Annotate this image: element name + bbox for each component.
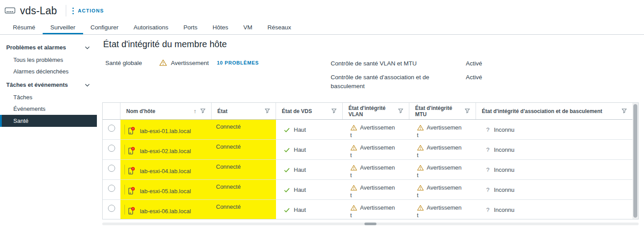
unknown-icon: ? — [486, 166, 489, 173]
tab-configurer[interactable]: Configurer — [83, 21, 126, 34]
vsphere-distributed-switch-page: vds-Lab ACTIONS Résumé Surveiller Config… — [0, 0, 644, 227]
main-content: État d'intégrité du membre hôte Santé gl… — [102, 35, 644, 227]
filter-icon[interactable] — [200, 109, 205, 114]
teaming-health-status: Inconnu — [494, 186, 514, 193]
table-header-row: Nom d'hôte ↑ État État de VDS État d'int — [103, 103, 638, 120]
column-header-vds-state[interactable]: État de VDS — [276, 103, 343, 119]
row-radio-button[interactable] — [108, 185, 115, 192]
check-icon — [284, 127, 290, 134]
host-alert-icon — [128, 207, 135, 216]
sidebar-item-evenements[interactable]: Événements — [0, 103, 97, 115]
filter-icon[interactable] — [398, 109, 403, 114]
table-row: lab-esxi-06.lab.local Connecté Haut Aver… — [103, 200, 638, 219]
unknown-icon: ? — [486, 186, 489, 193]
warning-icon — [350, 145, 357, 151]
warning-icon — [350, 205, 357, 211]
host-state: Connecté — [216, 163, 241, 170]
vlan-mtu-check-value: Activé — [466, 59, 482, 68]
host-state: Connecté — [216, 143, 241, 150]
distributed-switch-icon — [4, 6, 16, 15]
check-icon — [284, 187, 290, 194]
horizontal-scrollbar-thumb[interactable] — [364, 223, 376, 225]
table-row: lab-esxi-02.lab.local Connecté Haut Aver… — [103, 140, 638, 160]
sidebar-item-sante[interactable]: Santé — [0, 115, 97, 127]
unknown-icon: ? — [486, 146, 489, 153]
column-header-vlan-health[interactable]: État d'intégrité VLAN — [343, 103, 409, 119]
tab-vm[interactable]: VM — [236, 21, 260, 34]
object-header: vds-Lab ACTIONS — [0, 0, 644, 21]
host-state: Connecté — [216, 183, 241, 190]
row-radio-button[interactable] — [108, 145, 115, 152]
host-state: Connecté — [216, 123, 241, 130]
column-header-host-name[interactable]: Nom d'hôte ↑ — [120, 103, 212, 119]
filter-icon[interactable] — [265, 109, 270, 114]
table-row: lab-esxi-01.lab.local Connecté Haut Aver… — [103, 120, 638, 140]
warning-icon — [159, 59, 167, 66]
column-label: État d'intégrité VLAN — [348, 105, 388, 118]
host-name[interactable]: lab-esxi-05.lab.local — [140, 188, 191, 195]
filter-icon[interactable] — [622, 109, 627, 114]
filter-icon[interactable] — [332, 109, 336, 114]
host-alert-icon — [128, 147, 135, 156]
host-name[interactable]: lab-esxi-04.lab.local — [140, 168, 191, 174]
column-label: État d'intégrité MTU — [415, 105, 455, 118]
teaming-check-label: Contrôle de santé d'association et de ba… — [331, 73, 452, 91]
warning-icon — [417, 185, 424, 191]
host-name[interactable]: lab-esxi-06.lab.local — [140, 208, 191, 215]
host-name[interactable]: lab-esxi-02.lab.local — [140, 148, 191, 154]
filter-icon[interactable] — [465, 109, 470, 114]
row-radio-button[interactable] — [108, 165, 115, 172]
warning-icon — [350, 125, 357, 131]
radio-column-header — [103, 103, 120, 119]
column-header-state[interactable]: État — [212, 103, 276, 119]
sidebar-item-tous-les-problemes[interactable]: Tous les problèmes — [0, 54, 97, 66]
teaming-health-status: Inconnu — [494, 126, 514, 133]
issues-link[interactable]: 10 PROBLÈMES — [217, 60, 259, 65]
host-health-table: Nom d'hôte ↑ État État de VDS État d'int — [102, 102, 639, 219]
sidebar-item-alarmes-declenchees[interactable]: Alarmes déclenchées — [0, 66, 97, 77]
host-alert-icon — [128, 127, 135, 136]
column-header-teaming-health[interactable]: État d'intégrité d'association et de bas… — [476, 103, 632, 119]
vds-state: Haut — [294, 166, 306, 173]
page-title: État d'intégrité du membre hôte — [103, 39, 227, 49]
host-name[interactable]: lab-esxi-01.lab.local — [140, 128, 191, 134]
sidebar-group-label: Tâches et événements — [6, 81, 68, 88]
health-check-settings: Contrôle de santé VLAN et MTU Activé Con… — [331, 59, 482, 91]
warning-icon — [417, 125, 424, 131]
teaming-health-status: Inconnu — [494, 146, 514, 153]
row-radio-button[interactable] — [108, 125, 115, 132]
row-radio-button[interactable] — [108, 205, 115, 212]
tab-surveiller[interactable]: Surveiller — [43, 21, 83, 34]
overall-health-label: Santé globale — [105, 60, 142, 66]
tab-autorisations[interactable]: Autorisations — [126, 21, 176, 34]
actions-menu-button[interactable]: ACTIONS — [72, 8, 104, 14]
actions-label: ACTIONS — [78, 8, 104, 13]
column-header-mtu-health[interactable]: État d'intégrité MTU — [409, 103, 476, 119]
tab-hotes[interactable]: Hôtes — [205, 21, 236, 34]
host-alert-icon — [128, 187, 135, 196]
sidebar-group-problemes-et-alarmes[interactable]: Problèmes et alarmes — [0, 40, 97, 54]
host-state: Connecté — [216, 203, 241, 210]
chevron-down-icon — [85, 44, 90, 51]
warning-icon — [350, 185, 357, 191]
vertical-scrollbar-thumb[interactable] — [633, 104, 637, 218]
overall-health-summary: Santé globale Avertissement 10 PROBLÈMES — [105, 59, 259, 66]
vertical-scrollbar — [632, 103, 638, 219]
column-label: État — [217, 108, 228, 114]
monitor-sidebar: Problèmes et alarmes Tous les problèmes … — [0, 35, 97, 227]
unknown-icon: ? — [486, 207, 489, 213]
kebab-menu-icon — [72, 8, 74, 14]
sort-ascending-icon[interactable]: ↑ — [194, 108, 197, 114]
tab-reseaux[interactable]: Réseaux — [260, 21, 299, 34]
tab-ports[interactable]: Ports — [176, 21, 205, 34]
check-icon — [284, 167, 290, 174]
warning-icon — [417, 145, 424, 151]
table-row: lab-esxi-05.lab.local Connecté Haut Aver… — [103, 180, 638, 200]
sidebar-group-taches-et-evenements[interactable]: Tâches et événements — [0, 77, 97, 92]
teaming-health-status: Inconnu — [494, 166, 514, 173]
tab-resume[interactable]: Résumé — [5, 21, 43, 34]
page-object-title: vds-Lab — [20, 5, 57, 17]
sidebar-item-taches[interactable]: Tâches — [0, 92, 97, 103]
tab-bar: Résumé Surveiller Configurer Autorisatio… — [0, 21, 644, 35]
vds-state: Haut — [294, 186, 306, 193]
